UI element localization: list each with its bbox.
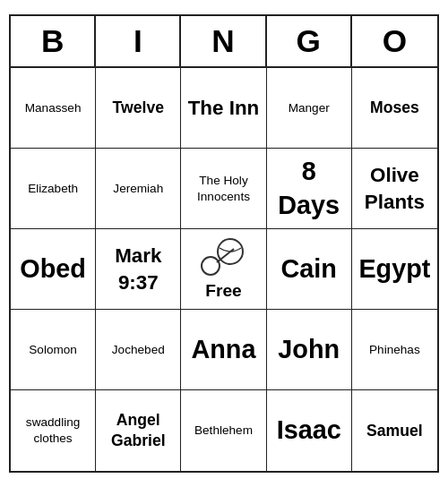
bingo-cell-23: Isaac [267, 390, 352, 471]
header-n: N [181, 16, 266, 66]
bingo-cell-10: Obed [11, 229, 96, 310]
bingo-cell-6: Jeremiah [96, 149, 181, 229]
bingo-cell-14: Egypt [352, 229, 437, 310]
header-b: B [11, 16, 96, 66]
bingo-cell-0: Manasseh [11, 68, 96, 149]
bingo-header: B I N G O [11, 16, 437, 68]
bingo-cell-1: Twelve [96, 68, 181, 149]
bingo-cell-7: The Holy Innocents [181, 149, 266, 229]
bingo-cell-20: swaddling clothes [11, 390, 96, 471]
bingo-cell-3: Manger [267, 68, 352, 149]
header-i: I [96, 16, 181, 66]
header-g: G [267, 16, 352, 66]
bingo-cell-13: Cain [267, 229, 352, 310]
bingo-cell-21: Angel Gabriel [96, 390, 181, 471]
bingo-grid: ManassehTwelveThe InnMangerMosesElizabet… [11, 68, 437, 471]
bingo-cell-4: Moses [352, 68, 437, 149]
bingo-cell-8: 8 Days [267, 149, 352, 229]
bingo-cell-12: Free [181, 229, 266, 310]
bingo-cell-18: John [267, 310, 352, 390]
bingo-cell-9: Olive Plants [352, 149, 437, 229]
bingo-cell-16: Jochebed [96, 310, 181, 390]
bingo-cell-5: Elizabeth [11, 149, 96, 229]
svg-point-1 [202, 257, 220, 275]
bingo-cell-15: Solomon [11, 310, 96, 390]
bingo-cell-24: Samuel [352, 390, 437, 471]
bingo-cell-2: The Inn [181, 68, 266, 149]
header-o: O [352, 16, 437, 66]
bingo-cell-19: Phinehas [352, 310, 437, 390]
free-ornament-svg [196, 235, 250, 280]
bingo-cell-17: Anna [181, 310, 266, 390]
bingo-card: B I N G O ManassehTwelveThe InnMangerMos… [9, 14, 439, 473]
bingo-cell-22: Bethlehem [181, 390, 266, 471]
bingo-cell-11: Mark 9:37 [96, 229, 181, 310]
free-label: Free [205, 280, 242, 303]
